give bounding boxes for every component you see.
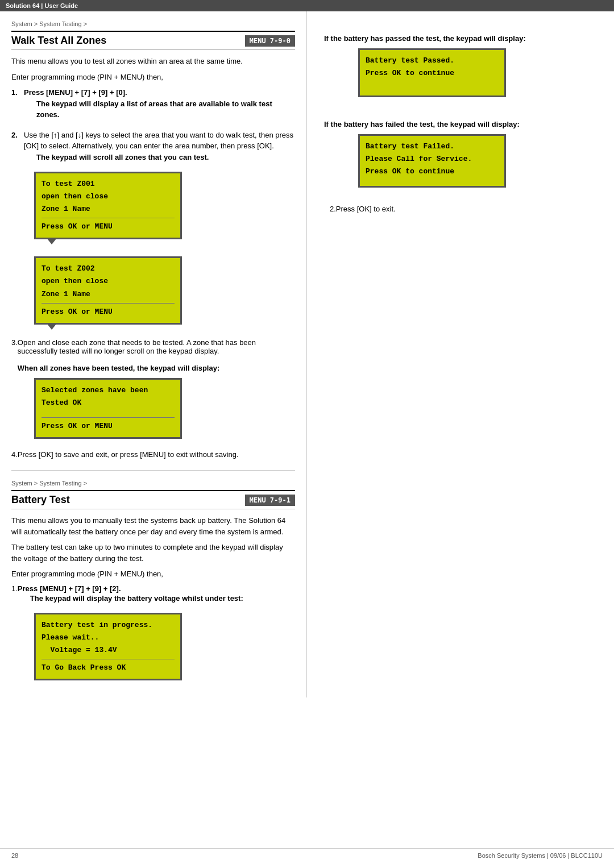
walk-step-4-text: Press [OK] to save and exit, or press [M…	[18, 450, 239, 459]
walk-step-4: 4. Press [OK] to save and exit, or press…	[11, 450, 295, 459]
walk-test-intro1: This menu allows you to test all zones w…	[11, 56, 295, 67]
brand-info: Bosch Security Systems | 09/06 | BLCC110…	[478, 852, 603, 859]
battery-step-1-text: Press [MENU] + [7] + [9] + [2].	[18, 584, 243, 593]
breadcrumb-battery: System > System Testing >	[11, 476, 295, 488]
walk-test-menu-code: MENU 7-9-0	[245, 35, 295, 47]
display2-divider	[42, 303, 175, 304]
display3-line1: Selected zones have been	[42, 384, 175, 397]
failed-line2: Please Call for Service.	[366, 153, 499, 165]
page-content: System > System Testing > Walk Test All …	[0, 11, 614, 697]
display2-line3: Zone 1 Name	[42, 288, 175, 301]
battery-step-1: 1. Press [MENU] + [7] + [9] + [2]. The k…	[11, 584, 295, 608]
keypad-display-zone1: To test Z001 open then close Zone 1 Name…	[34, 172, 182, 239]
battery-intro2: The battery test can take up to two minu…	[11, 542, 295, 564]
display1-line1: To test Z001	[42, 178, 175, 190]
walk-step-3-text: Open and close each zone that needs to b…	[18, 338, 295, 355]
right-step-2-text: Press [OK] to exit.	[336, 205, 396, 213]
walk-test-header: Walk Test All Zones MENU 7-9-0	[11, 31, 295, 50]
top-bar: Solution 64 | User Guide	[0, 0, 614, 11]
battery-display-line2: Please wait..	[42, 632, 175, 644]
left-column: System > System Testing > Walk Test All …	[0, 11, 307, 697]
battery-intro1: This menu allows you to manually test th…	[11, 515, 295, 537]
breadcrumb-walk: System > System Testing >	[11, 17, 295, 28]
keypad-display-battery: Battery test in progress. Please wait.. …	[34, 613, 182, 680]
failed-line1: Battery test Failed.	[366, 140, 499, 153]
display1-divider	[42, 218, 175, 218]
walk-step-3: 3. Open and close each zone that needs t…	[11, 338, 295, 372]
right-column: If the battery has passed the test, the …	[307, 11, 614, 697]
display3-footer: Press OK or MENU	[42, 420, 175, 433]
keypad-display-passed: Battery test Passed. Press OK to continu…	[358, 48, 506, 97]
battery-intro3: Enter programming mode (PIN + MENU) then…	[11, 568, 295, 580]
walk-step-1-subtext: The keypad will display a list of areas …	[36, 98, 295, 121]
display3-divider	[42, 417, 175, 418]
display1-footer: Press OK or MENU	[42, 221, 175, 233]
keypad-display-zone2: To test Z002 open then close Zone 1 Name…	[34, 256, 182, 324]
walk-step-2: 2. Use the [↑] and [↓] keys to select th…	[11, 130, 295, 167]
walk-test-intro2: Enter programming mode (PIN + MENU) then…	[11, 72, 295, 83]
display3-line2: Tested OK	[42, 397, 175, 409]
battery-display-divider	[42, 659, 175, 659]
walk-step-2-subtext: The keypad will scroll all zones that yo…	[36, 152, 295, 163]
keypad-display-failed: Battery test Failed. Please Call for Ser…	[358, 134, 506, 188]
battery-section: System > System Testing > Battery Test M…	[11, 476, 295, 680]
passed-line2: Press OK to continue	[366, 67, 499, 80]
keypad-display-tested: Selected zones have been Tested OK Press…	[34, 378, 182, 439]
walk-step-2-instruction: Use the [↑] and [↓] keys to select the a…	[24, 130, 295, 152]
battery-failed-label: If the battery has failed the test, the …	[324, 120, 603, 128]
page-footer: 28 Bosch Security Systems | 09/06 | BLCC…	[0, 848, 614, 862]
battery-display-line1: Battery test in progress.	[42, 619, 175, 632]
page-number: 28	[11, 852, 18, 859]
section-divider	[11, 470, 295, 471]
battery-step-1-subtext: The keypad will display the battery volt…	[30, 593, 243, 604]
display1-line2: open then close	[42, 190, 175, 203]
battery-display-footer: To Go Back Press OK	[42, 662, 175, 674]
display2-line2: open then close	[42, 275, 175, 288]
battery-test-header: Battery Test MENU 7-9-1	[11, 490, 295, 509]
battery-test-menu-code: MENU 7-9-1	[245, 495, 295, 506]
battery-test-title: Battery Test	[11, 494, 70, 506]
right-step-2: 2. Press [OK] to exit.	[330, 205, 603, 213]
display2-footer: Press OK or MENU	[42, 306, 175, 318]
passed-line1: Battery test Passed.	[366, 55, 499, 67]
walk-test-title: Walk Test All Zones	[11, 35, 106, 47]
battery-display-line3: Voltage = 13.4V	[42, 644, 175, 657]
walk-step-3-subtext: When all zones have been tested, the key…	[18, 364, 295, 372]
walk-step-1-instruction: Press [MENU] + [7] + [9] + [0].	[24, 87, 295, 98]
display1-line3: Zone 1 Name	[42, 203, 175, 215]
walk-step-1: 1. Press [MENU] + [7] + [9] + [0]. The k…	[11, 87, 295, 124]
failed-line3: Press OK to continue	[366, 165, 499, 178]
top-bar-title: Solution 64 | User Guide	[6, 2, 78, 9]
walk-test-steps: 1. Press [MENU] + [7] + [9] + [0]. The k…	[11, 87, 295, 166]
display2-line1: To test Z002	[42, 263, 175, 275]
battery-passed-label: If the battery has passed the test, the …	[324, 34, 603, 43]
